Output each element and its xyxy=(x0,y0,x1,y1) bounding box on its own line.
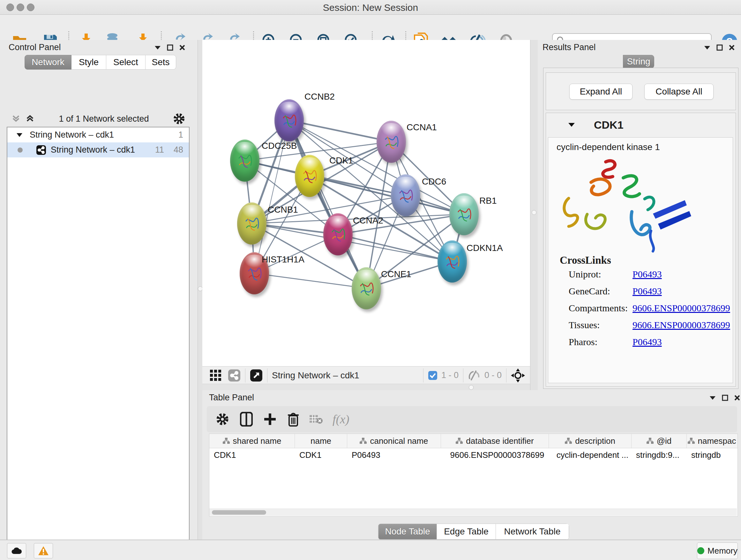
network-node-CCNA2[interactable] xyxy=(323,213,353,255)
network-node-CDC25B[interactable] xyxy=(230,139,259,182)
node-label-CCNA1: CCNA1 xyxy=(407,122,437,132)
delete-table-icon[interactable] xyxy=(309,414,323,425)
panel-menu-icon[interactable] xyxy=(154,45,161,50)
network-node-CDC6[interactable] xyxy=(391,174,420,216)
tab-edge-table[interactable]: Edge Table xyxy=(437,523,496,540)
toolbar-separator xyxy=(506,368,507,382)
tab-node-table[interactable]: Node Table xyxy=(378,523,437,540)
panel-menu-icon[interactable] xyxy=(704,45,711,50)
network-node-RB1[interactable] xyxy=(449,193,479,235)
network-tree: String Network – cdk1 1 String Network –… xyxy=(7,127,190,560)
show-columns-icon[interactable] xyxy=(240,412,253,427)
table-tabs: Node Table Edge Table Network Table xyxy=(378,523,569,540)
tab-style[interactable]: Style xyxy=(71,55,106,70)
toolbar-separator xyxy=(245,368,246,382)
node-table: shared name name canonical name database… xyxy=(209,434,738,516)
pharos-link[interactable]: P06493 xyxy=(632,336,662,348)
scrollbar-thumb[interactable] xyxy=(212,510,266,515)
memory-status-dot xyxy=(697,547,704,554)
column-type-icon xyxy=(360,438,367,444)
crosslink-row: Pharos: P06493 xyxy=(569,336,733,348)
splitter-handle[interactable] xyxy=(532,210,536,215)
protein-thumbnail-icon xyxy=(329,224,347,245)
table-panel: Table Panel f(x) shared name name canoni… xyxy=(202,390,741,540)
gene-section-header[interactable]: CDK1 xyxy=(546,113,736,137)
collapse-all-icon[interactable] xyxy=(11,114,21,124)
cloud-button[interactable] xyxy=(7,543,26,558)
column-header-shared-name[interactable]: shared name xyxy=(209,434,295,448)
network-row[interactable]: String Network – cdk1 11 48 xyxy=(7,142,189,158)
genecard-link[interactable]: P06493 xyxy=(632,286,662,297)
protein-thumbnail-icon xyxy=(357,277,375,299)
network-node-CCNB2[interactable] xyxy=(274,99,304,141)
node-label-CDC25B: CDC25B xyxy=(262,141,297,151)
column-header-id[interactable]: @id xyxy=(631,434,687,448)
network-node-CCNA1[interactable] xyxy=(377,121,406,163)
column-header-database-identifier[interactable]: database identifier xyxy=(441,434,549,448)
network-canvas[interactable]: CCNB2CCNA1CDC25BCDK1CDC6RB1CCNB1CCNA2CDK… xyxy=(202,40,530,366)
network-overview-icon[interactable] xyxy=(228,369,241,382)
column-header-canonical-name[interactable]: canonical name xyxy=(347,434,441,448)
panel-splitter-vertical[interactable] xyxy=(530,40,538,390)
hidden-eye-icon[interactable] xyxy=(468,370,481,381)
cell-canonical-name: P06493 xyxy=(347,448,441,462)
close-panel-icon[interactable] xyxy=(179,44,185,51)
panel-menu-icon[interactable] xyxy=(709,395,716,400)
fit-content-crosshair-icon[interactable] xyxy=(511,368,525,382)
birds-eye-view-icon[interactable] xyxy=(209,369,222,382)
section-expander-icon[interactable] xyxy=(568,122,576,127)
tab-network[interactable]: Network xyxy=(24,55,71,70)
splitter-handle[interactable] xyxy=(198,287,203,291)
create-column-icon[interactable] xyxy=(264,413,276,426)
uniprot-link[interactable]: P06493 xyxy=(632,269,662,280)
table-options-gear-icon[interactable] xyxy=(216,413,229,426)
network-collection-row[interactable]: String Network – cdk1 1 xyxy=(7,127,189,142)
protein-thumbnail-icon xyxy=(236,150,254,172)
warning-icon xyxy=(38,546,49,556)
close-panel-icon[interactable] xyxy=(729,44,735,51)
control-panel-title: Control Panel xyxy=(9,43,61,52)
splitter-handle[interactable] xyxy=(469,385,474,390)
float-panel-icon[interactable] xyxy=(717,44,723,51)
float-panel-icon[interactable] xyxy=(722,395,728,401)
memory-button[interactable]: Memory xyxy=(697,543,738,559)
close-panel-icon[interactable] xyxy=(734,395,740,401)
tab-sets[interactable]: Sets xyxy=(145,55,176,70)
protein-thumbnail-icon xyxy=(382,131,400,152)
function-builder-icon[interactable]: f(x) xyxy=(333,412,349,426)
float-panel-icon[interactable] xyxy=(167,44,173,51)
tab-string[interactable]: String xyxy=(623,55,654,68)
protein-thumbnail-icon xyxy=(455,203,473,225)
compartments-link[interactable]: 9606.ENSP00000378699 xyxy=(632,303,730,314)
expand-all-button[interactable]: Expand All xyxy=(569,84,632,100)
cell-shared-name: CDK1 xyxy=(209,448,295,462)
tab-select[interactable]: Select xyxy=(106,55,145,70)
detach-view-icon[interactable] xyxy=(250,369,263,382)
horizontal-scrollbar[interactable] xyxy=(209,509,737,516)
gene-description: cyclin-dependent kinase 1 xyxy=(556,142,660,152)
network-node-CCNE1[interactable] xyxy=(352,267,381,309)
selected-checkbox-icon[interactable] xyxy=(428,371,437,380)
network-options-gear-icon[interactable] xyxy=(173,113,185,125)
tab-network-table[interactable]: Network Table xyxy=(496,523,569,540)
gene-section: CDK1 cyclin-dependent kinase 1 xyxy=(546,113,736,387)
table-toolbar: f(x) xyxy=(207,406,737,432)
network-node-CDK1[interactable] xyxy=(295,155,324,197)
collection-expander-icon[interactable] xyxy=(16,133,23,137)
expand-all-icon[interactable] xyxy=(25,114,35,124)
tissues-link[interactable]: 9606.ENSP00000378699 xyxy=(632,320,730,330)
table-row[interactable]: CDK1 CDK1 P06493 9606.ENSP00000378699 cy… xyxy=(209,448,738,462)
string-results-box: Expand All Collapse All CDK1 cyclin-depe… xyxy=(543,68,738,389)
toolbar-separator xyxy=(267,368,267,382)
network-node-CCNB1[interactable] xyxy=(237,202,266,245)
collapse-all-button[interactable]: Collapse All xyxy=(644,84,714,100)
column-header-namespace[interactable]: namespac xyxy=(687,434,737,448)
network-node-CDKN1A[interactable] xyxy=(437,240,467,283)
column-header-description[interactable]: description xyxy=(549,434,631,448)
column-type-icon xyxy=(647,438,654,444)
column-header-name[interactable]: name xyxy=(295,434,347,448)
warning-button[interactable] xyxy=(34,543,53,558)
cell-name: CDK1 xyxy=(295,448,347,462)
delete-column-icon[interactable] xyxy=(287,412,299,427)
memory-label: Memory xyxy=(708,546,738,556)
